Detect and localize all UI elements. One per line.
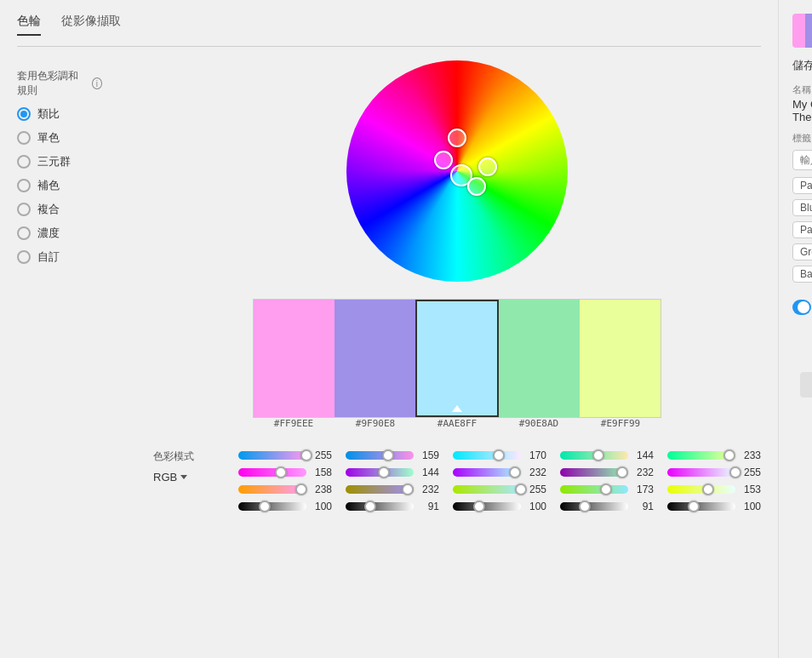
publish-row: 發佈至 Color — [792, 293, 812, 321]
slider-columns: 2551582381001591442329117023225510014423… — [238, 449, 761, 512]
slider-thumb-2-0[interactable] — [493, 449, 505, 461]
slider-value-0-3: 100 — [312, 501, 332, 512]
slider-track-3-3[interactable] — [560, 502, 628, 511]
slider-thumb-4-2[interactable] — [702, 483, 714, 495]
slider-thumb-2-1[interactable] — [509, 466, 521, 478]
rule-triad[interactable]: 三元群 — [17, 154, 102, 169]
slider-thumb-1-1[interactable] — [378, 466, 390, 478]
info-icon[interactable]: i — [92, 77, 102, 89]
save-to-row[interactable]: 儲存至 — [792, 58, 812, 73]
slider-thumb-1-3[interactable] — [364, 501, 376, 512]
rule-shades[interactable]: 濃度 — [17, 226, 102, 241]
slider-column-4: 233255153100 — [667, 449, 761, 512]
slider-track-2-2[interactable] — [453, 485, 521, 494]
swatch-4[interactable] — [580, 300, 660, 417]
slider-value-4-3: 100 — [741, 501, 761, 512]
slider-thumb-3-2[interactable] — [600, 483, 612, 495]
slider-track-0-1[interactable] — [238, 468, 306, 477]
slider-thumb-2-2[interactable] — [515, 483, 527, 495]
rule-analogy[interactable]: 類比 — [17, 106, 102, 122]
tag-pastels[interactable]: Pastels + — [792, 221, 812, 238]
slider-row-2-0: 170 — [453, 449, 546, 461]
slider-row-0-1: 158 — [238, 466, 332, 478]
slider-value-3-3: 91 — [633, 501, 654, 512]
slider-thumb-3-0[interactable] — [592, 449, 604, 461]
save-button[interactable]: 儲存 — [800, 372, 812, 398]
tab-color-wheel[interactable]: 色輪 — [17, 14, 41, 36]
slider-thumb-3-1[interactable] — [616, 466, 628, 478]
rule-complement[interactable]: 補色 — [17, 178, 102, 193]
radio-triad[interactable] — [17, 155, 31, 169]
slider-track-2-1[interactable] — [453, 468, 521, 477]
radio-analogy[interactable] — [17, 107, 31, 121]
tag-green[interactable]: Green + — [792, 243, 812, 260]
slider-thumb-1-0[interactable] — [382, 449, 394, 461]
wheel-dot-4[interactable] — [467, 177, 486, 196]
harmony-section-label: 套用色彩調和規則 i — [17, 69, 102, 98]
swatch-2[interactable] — [415, 300, 500, 417]
slider-track-0-0[interactable] — [238, 451, 306, 460]
swatch-0[interactable] — [254, 300, 335, 417]
slider-track-1-3[interactable] — [346, 502, 414, 511]
slider-thumb-0-3[interactable] — [259, 501, 271, 512]
color-wheel-container[interactable] — [346, 60, 568, 282]
slider-track-4-2[interactable] — [667, 485, 735, 494]
radio-complement[interactable] — [17, 179, 31, 192]
wheel-dot-1[interactable] — [448, 129, 466, 147]
radio-custom[interactable] — [17, 250, 31, 264]
slider-value-0-0: 255 — [312, 449, 332, 461]
slider-value-1-1: 144 — [419, 466, 439, 478]
slider-track-0-3[interactable] — [238, 502, 306, 511]
wheel-dot-5[interactable] — [478, 157, 497, 176]
slider-row-4-2: 153 — [667, 483, 761, 495]
slider-track-0-2[interactable] — [238, 485, 306, 494]
slider-track-3-2[interactable] — [560, 485, 628, 494]
slider-track-2-0[interactable] — [453, 451, 521, 460]
slider-row-4-1: 255 — [667, 466, 761, 478]
slider-track-3-0[interactable] — [560, 451, 628, 460]
rule-mono[interactable]: 單色 — [17, 130, 102, 146]
publish-toggle[interactable] — [792, 300, 811, 315]
slider-track-1-0[interactable] — [346, 451, 414, 460]
slider-track-4-3[interactable] — [667, 502, 735, 511]
slider-thumb-4-3[interactable] — [688, 501, 700, 512]
slider-value-3-1: 232 — [633, 466, 654, 478]
swatch-3[interactable] — [499, 300, 580, 417]
slider-thumb-4-1[interactable] — [729, 466, 741, 478]
tag-baby[interactable]: Baby + — [792, 266, 812, 283]
rule-custom[interactable]: 自訂 — [17, 249, 102, 265]
color-controls: 色彩模式 RGB 2551582381001591442329117023225… — [153, 449, 761, 512]
swatch-1[interactable] — [335, 300, 415, 417]
slider-track-3-1[interactable] — [560, 468, 628, 477]
slider-thumb-0-2[interactable] — [295, 483, 307, 495]
slider-track-1-1[interactable] — [346, 468, 414, 477]
slider-track-2-3[interactable] — [453, 502, 521, 511]
slider-track-1-2[interactable] — [346, 485, 414, 494]
slider-value-1-0: 159 — [419, 449, 439, 461]
radio-shades[interactable] — [17, 226, 31, 240]
slider-thumb-1-2[interactable] — [402, 483, 414, 495]
radio-compound[interactable] — [17, 203, 31, 216]
rule-compound[interactable]: 複合 — [17, 202, 102, 217]
slider-thumb-0-0[interactable] — [300, 449, 312, 461]
wheel-dot-2[interactable] — [434, 151, 453, 169]
slider-track-4-1[interactable] — [667, 468, 735, 477]
slider-thumb-3-3[interactable] — [579, 501, 591, 512]
tag-pastel[interactable]: Pastel + — [792, 177, 812, 194]
hex-label-3: #90E8AD — [498, 418, 580, 429]
tab-from-image[interactable]: 從影像擷取 — [61, 14, 121, 36]
swatch-active-arrow — [452, 405, 462, 412]
radio-mono[interactable] — [17, 131, 31, 145]
slider-thumb-4-0[interactable] — [723, 449, 735, 461]
slider-row-2-1: 232 — [453, 466, 546, 478]
slider-thumb-0-1[interactable] — [275, 466, 287, 478]
slider-track-4-0[interactable] — [667, 451, 735, 460]
color-mode-select[interactable]: RGB — [153, 469, 221, 485]
slider-row-3-2: 173 — [560, 483, 654, 495]
color-wheel[interactable] — [346, 60, 568, 282]
slider-thumb-2-3[interactable] — [473, 501, 485, 512]
name-value[interactable]: My Color Theme — [792, 98, 812, 123]
slider-column-0: 255158238100 — [238, 449, 332, 512]
tags-input[interactable] — [792, 150, 812, 170]
tag-blue[interactable]: Blue + — [792, 199, 812, 216]
